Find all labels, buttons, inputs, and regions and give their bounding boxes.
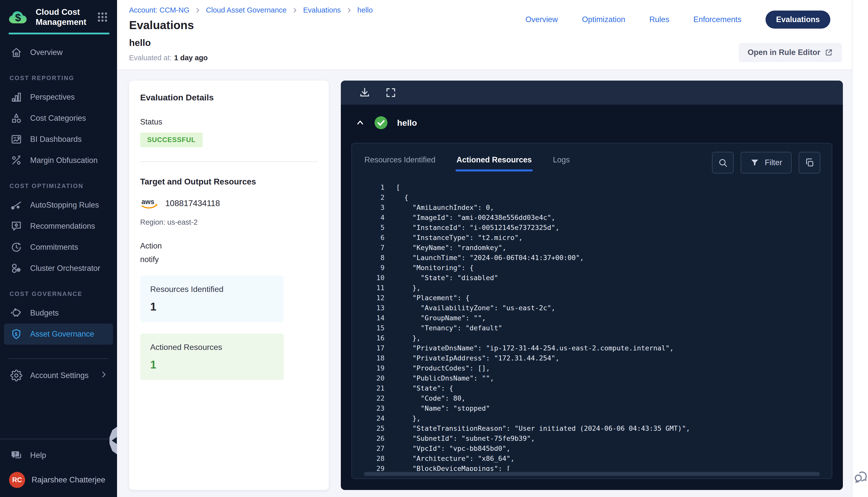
line-number: 10 xyxy=(366,273,384,283)
chevron-right-icon xyxy=(292,7,298,14)
code-line: 13 "AvailabilityZone": "us-east-2c", xyxy=(366,303,820,313)
collapse-section-button[interactable] xyxy=(355,118,365,128)
resources-identified-count: 1 xyxy=(150,300,274,313)
sidebar-item-cluster-orchestrator[interactable]: Cluster Orchestrator xyxy=(4,258,113,279)
user-row[interactable]: RC Rajarshee Chatterjee xyxy=(0,466,117,489)
top-nav: OverviewOptimizationRulesEnforcementsEva… xyxy=(526,11,830,29)
line-number: 4 xyxy=(366,213,384,223)
evaluated-at: Evaluated at:1 day ago xyxy=(129,54,208,62)
code-line: 18 "PrivateIpAddress": "172.31.44.254", xyxy=(366,353,820,363)
main-area: Account: CCM-NGCloud Asset GovernanceEva… xyxy=(117,0,868,497)
sidebar-item-account-settings[interactable]: Account Settings xyxy=(4,365,113,386)
evaluation-summary: hello Evaluated at:1 day ago xyxy=(129,38,208,62)
feedback-chat-icon[interactable] xyxy=(852,468,868,485)
help-chat-icon: ? xyxy=(9,449,24,462)
line-content: "StateTransitionReason": "User initiated… xyxy=(396,424,690,434)
chevron-up-icon xyxy=(355,118,365,128)
sidebar-footer: ? Help RC Rajarshee Chatterjee xyxy=(0,439,117,497)
sidebar-item-overview[interactable]: Overview xyxy=(4,42,113,63)
sidebar: $ Cloud Cost Management OverviewCOST REP… xyxy=(0,0,117,497)
filter-button[interactable]: Filter xyxy=(741,152,792,173)
tab-logs[interactable]: Logs xyxy=(552,152,571,171)
sidebar-section-label: COST GOVERNANCE xyxy=(0,279,117,302)
aws-account-row: aws 108817434118 xyxy=(140,197,318,210)
nav-link-rules[interactable]: Rules xyxy=(649,15,669,24)
sidebar-item-label: Cost Categories xyxy=(30,114,86,123)
line-content: "Monitoring": { xyxy=(396,263,474,273)
sidebar-item-cost-categories[interactable]: Cost Categories xyxy=(4,108,113,129)
line-content: "Tenancy": "default" xyxy=(396,323,502,333)
evaluation-details-card: Evaluation Details Status SUCCESSFUL Tar… xyxy=(129,81,329,490)
subheader: hello Evaluated at:1 day ago Open in Rul… xyxy=(117,38,868,70)
nav-link-evaluations-active[interactable]: Evaluations xyxy=(766,11,830,29)
sidebar-item-label: Account Settings xyxy=(30,371,89,380)
line-content: "VpcId": "vpc-bb845bd0", xyxy=(396,443,510,454)
right-gutter xyxy=(852,0,868,497)
action-value: notify xyxy=(140,255,318,264)
aws-account-id: 108817434118 xyxy=(165,199,220,208)
sidebar-item-commitments[interactable]: Commitments xyxy=(4,237,113,258)
sidebar-item-bi-dashboards[interactable]: BI Dashboards xyxy=(4,129,113,150)
line-number: 6 xyxy=(366,233,384,243)
line-number: 20 xyxy=(366,373,384,383)
sidebar-item-recommendations[interactable]: Recommendations xyxy=(4,216,113,237)
svg-text:aws: aws xyxy=(141,198,154,205)
line-content: "Name": "stopped" xyxy=(396,403,490,413)
breadcrumb-link[interactable]: Evaluations xyxy=(303,6,341,14)
horizontal-scrollbar[interactable] xyxy=(364,472,820,476)
sidebar-item-help[interactable]: ? Help xyxy=(4,445,113,466)
breadcrumb-link[interactable]: Cloud Asset Governance xyxy=(206,6,286,14)
sidebar-section-label: COST REPORTING xyxy=(0,63,117,87)
logo-row: $ Cloud Cost Management xyxy=(0,0,117,27)
sidebar-item-perspectives[interactable]: Perspectives xyxy=(4,87,113,108)
code-line: 27 "VpcId": "vpc-bb845bd0", xyxy=(366,443,820,454)
line-content: "Placement": { xyxy=(396,293,470,303)
nav-link-enforcements[interactable]: Enforcements xyxy=(694,15,741,24)
line-number: 13 xyxy=(366,303,384,313)
search-button[interactable] xyxy=(712,152,733,173)
line-number: 9 xyxy=(366,263,384,273)
dashboard-icon xyxy=(9,133,24,146)
code-line: 14 "GroupName": "", xyxy=(366,313,820,323)
sidebar-item-label: Overview xyxy=(30,48,62,57)
status-label: Status xyxy=(140,117,318,127)
line-content: }, xyxy=(396,333,421,343)
breadcrumb-link[interactable]: hello xyxy=(358,6,373,14)
stat-label: Actioned Resources xyxy=(150,343,274,352)
aws-logo-icon: aws xyxy=(140,197,160,210)
fullscreen-button[interactable] xyxy=(385,87,396,98)
commitments-icon xyxy=(9,241,24,254)
open-in-rule-editor-button[interactable]: Open in Rule Editor xyxy=(739,43,842,62)
sidebar-nav: OverviewCOST REPORTINGPerspectivesCost C… xyxy=(0,34,117,350)
sidebar-item-autostopping-rules[interactable]: AutoStopping Rules xyxy=(4,195,113,216)
line-content: "ImageId": "ami-002438e556dd03e4c", xyxy=(396,213,555,223)
copy-button[interactable] xyxy=(799,152,820,173)
download-button[interactable] xyxy=(359,87,370,98)
line-content: [ xyxy=(396,183,400,193)
app-grid-icon[interactable] xyxy=(96,10,110,24)
sidebar-item-anomalies[interactable]: Anomalies xyxy=(4,345,113,350)
tabs-actions: Filter xyxy=(712,152,820,173)
tab-resources-identified[interactable]: Resources Identified xyxy=(363,152,436,171)
sidebar-item-budgets[interactable]: Budgets xyxy=(4,302,113,324)
sidebar-item-margin-obfuscation[interactable]: Margin Obfuscation xyxy=(4,150,113,171)
sidebar-item-asset-governance[interactable]: $Asset Governance xyxy=(4,324,113,345)
tabs-row: Resources IdentifiedActioned ResourcesLo… xyxy=(363,152,820,173)
sidebar-item-label: Asset Governance xyxy=(30,330,94,339)
app-title: Cloud Cost Management xyxy=(36,7,96,27)
sidebar-item-label: Budgets xyxy=(30,309,59,317)
cluster-icon xyxy=(9,262,24,275)
sidebar-divider xyxy=(9,358,109,359)
chevron-right-icon xyxy=(194,7,201,14)
nav-link-overview[interactable]: Overview xyxy=(526,15,558,24)
actioned-resources-box: Actioned Resources 1 xyxy=(140,333,284,380)
nav-link-optimization[interactable]: Optimization xyxy=(582,15,625,24)
tab-actioned-resources[interactable]: Actioned Resources xyxy=(456,152,533,171)
breadcrumb-link[interactable]: Account: CCM-NG xyxy=(129,6,190,14)
json-code-viewer[interactable]: 1[2 {3 "AmiLaunchIndex": 0,4 "ImageId": … xyxy=(363,183,820,471)
code-line: 1[ xyxy=(366,183,820,193)
line-number: 25 xyxy=(366,424,384,434)
code-line: 7 "KeyName": "randomkey", xyxy=(366,243,820,253)
line-content: "InstanceId": "i-00512145e7372325d", xyxy=(396,223,559,233)
resources-identified-box: Resources Identified 1 xyxy=(140,275,284,322)
